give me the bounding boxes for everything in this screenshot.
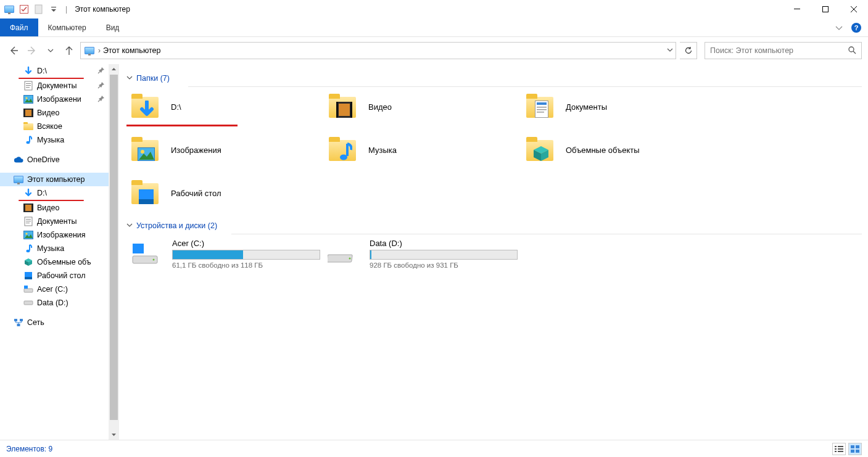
svg-rect-23 bbox=[26, 221, 31, 221]
document-icon bbox=[23, 216, 33, 226]
sidebar-quick-item[interactable]: Музыка bbox=[0, 133, 109, 147]
drive-tile[interactable]: Acer (C:)61,1 ГБ свободно из 118 ГБ bbox=[126, 234, 324, 273]
svg-point-16 bbox=[27, 141, 30, 144]
navigation-pane: D:\ДокументыИзображениВидеоВсякоеМузыкаO… bbox=[0, 64, 109, 440]
folder-tile[interactable]: Музыка bbox=[324, 130, 521, 170]
video-icon bbox=[23, 108, 33, 118]
help-button[interactable]: ? bbox=[848, 19, 864, 36]
network-icon bbox=[14, 318, 23, 327]
search-input[interactable] bbox=[710, 46, 848, 55]
sidebar-this-pc[interactable]: Этот компьютер bbox=[0, 173, 109, 186]
drive-free-space: 928 ГБ свободно из 931 ГБ bbox=[370, 261, 518, 269]
breadcrumb-chevron-icon[interactable]: › bbox=[96, 46, 103, 55]
drive-name: Acer (C:) bbox=[172, 239, 320, 248]
svg-rect-35 bbox=[17, 324, 20, 326]
folder-icon bbox=[328, 135, 357, 165]
ribbon-tab-view[interactable]: Вид bbox=[96, 19, 130, 36]
sidebar-thispc-child[interactable]: Изображения bbox=[0, 228, 109, 242]
svg-rect-59 bbox=[835, 451, 837, 452]
folder-icon bbox=[525, 92, 555, 121]
svg-point-54 bbox=[349, 258, 351, 260]
group-folders-header[interactable]: Папки (7) bbox=[126, 74, 862, 83]
svg-rect-64 bbox=[856, 450, 859, 453]
chevron-down-icon bbox=[126, 74, 133, 83]
sidebar-thispc-child[interactable]: Музыка bbox=[0, 242, 109, 255]
monitor-icon bbox=[14, 175, 23, 184]
svg-rect-1 bbox=[35, 5, 42, 14]
sidebar-thispc-child[interactable]: Документы bbox=[0, 215, 109, 228]
qat-placeholder-icon bbox=[33, 4, 44, 15]
close-button[interactable] bbox=[840, 0, 868, 19]
sidebar-item-label: Документы bbox=[37, 217, 76, 226]
address-history-dropdown[interactable] bbox=[667, 46, 673, 55]
svg-rect-34 bbox=[20, 319, 23, 321]
folder-tile[interactable]: Изображения bbox=[126, 130, 324, 170]
navigation-row: › Этот компьютер bbox=[0, 37, 868, 64]
sidebar-thispc-child[interactable]: Acer (C:) bbox=[0, 282, 109, 296]
ribbon-tab-computer[interactable]: Компьютер bbox=[38, 19, 96, 36]
refresh-button[interactable] bbox=[680, 42, 697, 59]
sidebar-scrollbar[interactable] bbox=[109, 64, 119, 440]
sidebar-thispc-child[interactable]: Видео bbox=[0, 201, 109, 215]
nav-forward-button[interactable] bbox=[25, 43, 39, 58]
folders-grid: D:\ВидеоДокументыИзображенияМузыкаОбъемн… bbox=[126, 87, 862, 213]
svg-rect-52 bbox=[133, 244, 144, 253]
sidebar-thispc-child[interactable]: Data (D:) bbox=[0, 296, 109, 310]
sidebar-quick-item[interactable]: Всякое bbox=[0, 120, 109, 133]
svg-rect-38 bbox=[336, 102, 338, 118]
search-box[interactable] bbox=[705, 42, 862, 59]
nav-up-button[interactable] bbox=[62, 43, 76, 58]
folder-icon bbox=[328, 92, 357, 121]
breadcrumb[interactable]: Этот компьютер bbox=[103, 46, 160, 55]
sidebar-quick-item[interactable]: Документы bbox=[0, 79, 109, 93]
svg-rect-53 bbox=[328, 255, 352, 262]
sidebar-item-label: D:\ bbox=[37, 67, 47, 75]
nav-back-button[interactable] bbox=[6, 43, 21, 58]
svg-rect-44 bbox=[537, 112, 544, 113]
qat-dropdown-icon[interactable] bbox=[48, 4, 59, 15]
svg-point-5 bbox=[849, 47, 854, 52]
ribbon-tab-file[interactable]: Файл bbox=[0, 19, 38, 36]
scroll-up-arrow-icon[interactable] bbox=[109, 64, 119, 75]
folder-tile[interactable]: Видео bbox=[324, 87, 521, 126]
view-details-button[interactable] bbox=[832, 443, 846, 455]
sidebar-item-label: Объемные объ bbox=[37, 258, 91, 266]
drive-tile[interactable]: Data (D:)928 ГБ свободно из 931 ГБ bbox=[324, 234, 521, 273]
svg-rect-2 bbox=[51, 7, 56, 7]
scroll-down-arrow-icon[interactable] bbox=[109, 429, 119, 440]
group-drives-header[interactable]: Устройства и диски (2) bbox=[126, 221, 862, 230]
folder-tile[interactable]: Документы bbox=[521, 87, 719, 126]
search-icon[interactable] bbox=[848, 46, 856, 56]
drive-usage-bar bbox=[172, 250, 320, 260]
folder-tile[interactable]: D:\ bbox=[126, 87, 324, 126]
svg-rect-24 bbox=[26, 223, 30, 223]
sidebar-thispc-child[interactable]: Рабочий стол bbox=[0, 269, 109, 282]
this-pc-icon bbox=[4, 4, 15, 15]
svg-rect-7 bbox=[26, 83, 31, 84]
sidebar-onedrive[interactable]: OneDrive bbox=[0, 153, 109, 167]
chevron-down-icon bbox=[126, 221, 133, 230]
sidebar-thispc-child[interactable]: D:\ bbox=[0, 186, 109, 200]
scroll-thumb[interactable] bbox=[110, 75, 118, 420]
sidebar-quick-item[interactable]: Видео bbox=[0, 106, 109, 120]
view-tiles-button[interactable] bbox=[848, 443, 862, 455]
sidebar-thispc-child[interactable]: Объемные объ bbox=[0, 255, 109, 269]
minimize-button[interactable] bbox=[783, 0, 811, 19]
sidebar-quick-item[interactable]: D:\ bbox=[0, 64, 109, 78]
folder-tile[interactable]: Объемные объекты bbox=[521, 130, 719, 170]
pin-icon bbox=[97, 67, 105, 76]
sidebar-quick-item[interactable]: Изображени bbox=[0, 93, 109, 106]
sidebar-network[interactable]: Сеть bbox=[0, 316, 109, 329]
svg-rect-39 bbox=[350, 102, 352, 118]
maximize-button[interactable] bbox=[811, 0, 840, 19]
svg-point-46 bbox=[141, 150, 144, 154]
svg-point-11 bbox=[25, 97, 27, 99]
ribbon-expand-button[interactable] bbox=[830, 19, 848, 36]
svg-rect-57 bbox=[835, 448, 837, 450]
nav-history-button[interactable] bbox=[43, 43, 58, 58]
folder-tile[interactable]: Рабочий стол bbox=[126, 173, 324, 213]
address-bar[interactable]: › Этот компьютер bbox=[80, 42, 676, 59]
qat-checkbox-icon[interactable] bbox=[19, 4, 30, 15]
sidebar-item-label: OneDrive bbox=[27, 155, 60, 164]
drive-icon bbox=[23, 298, 33, 308]
